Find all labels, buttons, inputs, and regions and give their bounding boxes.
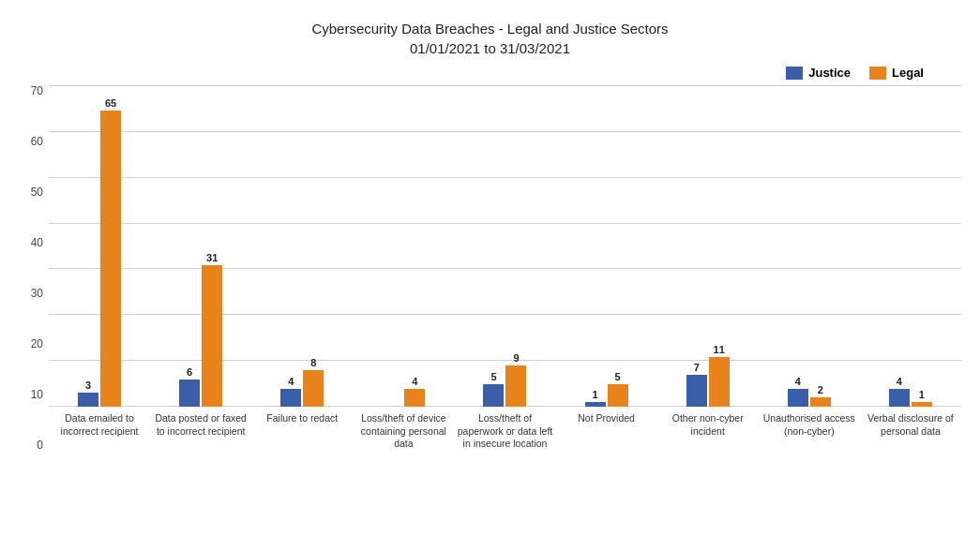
x-label: Loss/theft of paperwork or data left in …	[454, 412, 555, 451]
justice-bar-value: 4	[288, 377, 294, 387]
legal-bar	[100, 111, 121, 407]
x-label: Verbal disclosure of personal data	[860, 412, 961, 451]
legend-justice-label: Justice	[808, 66, 851, 80]
justice-bar-value: 4	[897, 377, 902, 387]
justice-bar	[280, 389, 301, 407]
legal-bar-value: 2	[818, 385, 823, 395]
legal-bar	[404, 389, 425, 407]
legend-legal-label: Legal	[892, 66, 924, 80]
bar-group: 4	[353, 377, 454, 407]
justice-bar-value: 5	[490, 372, 496, 382]
justice-bar-value: 1	[593, 390, 598, 400]
justice-bar-col: 4	[280, 377, 301, 407]
justice-bar-col: 7	[686, 363, 707, 407]
bar-group: 711	[657, 345, 759, 407]
justice-bar-value: 7	[694, 363, 700, 373]
justice-bar-value: 3	[85, 380, 91, 391]
bar-group: 631	[150, 253, 251, 407]
justice-bar	[686, 375, 707, 407]
legal-bar	[709, 357, 730, 407]
legal-bar-value: 65	[105, 98, 116, 109]
legal-bar-col: 4	[404, 377, 425, 407]
chart-container: Cybersecurity Data Breaches - Legal and …	[0, 0, 980, 551]
legal-bar-value: 31	[206, 253, 218, 263]
legal-bar-value: 5	[615, 372, 621, 382]
justice-bar	[78, 393, 98, 407]
chart-title-line1: Cybersecurity Data Breaches - Legal and …	[19, 19, 961, 38]
bar-group: 41	[860, 377, 961, 407]
justice-bar	[483, 384, 504, 407]
bar-group: 48	[251, 358, 353, 407]
x-label: Other non-cyber incident	[657, 412, 759, 451]
x-labels: Data emailed to incorrect recipientData …	[49, 407, 961, 451]
justice-bar-col: 4	[788, 377, 808, 407]
bar-group: 365	[49, 98, 150, 407]
x-label: Failure to redact	[251, 412, 353, 451]
justice-bar-col: 6	[179, 367, 200, 407]
justice-swatch	[786, 67, 803, 80]
legal-bar-col: 31	[202, 253, 222, 407]
legal-bar-col: 1	[912, 390, 932, 407]
chart-title-line2: 01/01/2021 to 31/03/2021	[19, 38, 961, 58]
legal-bar-col: 11	[709, 345, 730, 407]
justice-bar-value: 4	[795, 377, 801, 387]
legal-bar	[303, 370, 324, 407]
legal-bar-col: 8	[303, 358, 324, 407]
legal-bar-col: 5	[608, 372, 628, 407]
legend-item-legal: Legal	[869, 66, 924, 80]
bars-row: 36563148459157114241	[49, 85, 961, 407]
bar-group: 42	[759, 377, 860, 407]
plot-area: 36563148459157114241	[49, 85, 961, 407]
legal-bar	[912, 402, 932, 407]
justice-bar-col: 1	[585, 390, 606, 407]
legal-bar-col: 9	[505, 353, 526, 407]
x-label: Data posted or faxed to incorrect recipi…	[150, 412, 251, 451]
legal-bar	[810, 397, 831, 407]
x-label: Data emailed to incorrect recipient	[49, 412, 150, 451]
chart-legend: Justice Legal	[19, 66, 961, 80]
y-axis: 70 60 50 40 30 20 10 0	[19, 85, 49, 451]
legal-bar-col: 2	[810, 385, 831, 407]
legal-bar	[608, 384, 628, 407]
legal-bar	[202, 265, 222, 407]
justice-bar-col: 3	[78, 380, 98, 407]
legend-item-justice: Justice	[786, 66, 851, 80]
legal-bar-col: 65	[100, 98, 121, 407]
legal-bar-value: 4	[412, 377, 417, 387]
legal-bar	[505, 365, 526, 407]
x-label: Not Provided	[556, 412, 657, 451]
legal-bar-value: 11	[714, 345, 725, 355]
legal-swatch	[869, 67, 886, 80]
justice-bar	[585, 402, 606, 407]
justice-bar	[889, 389, 910, 407]
x-label: Unauthorised access (non-cyber)	[759, 412, 860, 451]
bar-group: 15	[556, 372, 657, 407]
bar-group: 59	[454, 353, 555, 407]
justice-bar	[788, 389, 808, 407]
legal-bar-value: 8	[310, 358, 316, 368]
x-label: Loss/theft of device containing personal…	[353, 412, 454, 451]
justice-bar	[179, 380, 200, 407]
legal-bar-value: 9	[513, 353, 519, 364]
justice-bar-col: 5	[483, 372, 504, 407]
legal-bar-value: 1	[919, 390, 925, 400]
chart-title: Cybersecurity Data Breaches - Legal and …	[19, 19, 961, 58]
justice-bar-col: 4	[889, 377, 910, 407]
justice-bar-value: 6	[187, 367, 192, 378]
